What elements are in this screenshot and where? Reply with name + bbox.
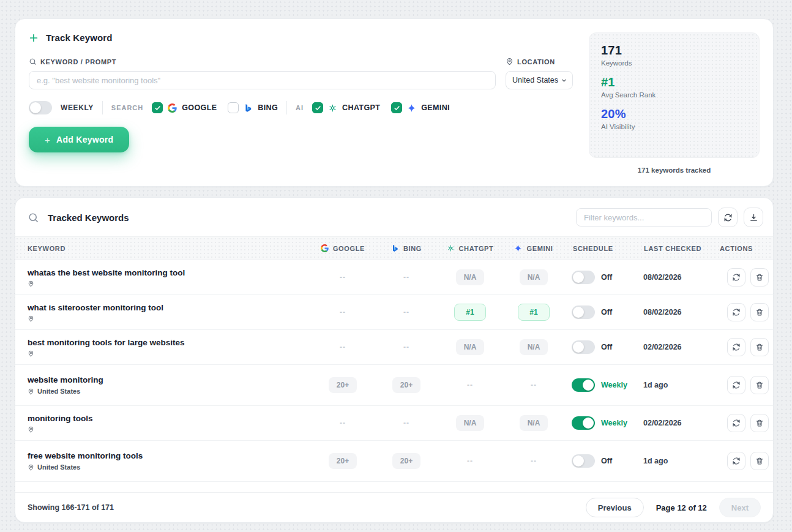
row-refresh-button[interactable]	[727, 268, 745, 287]
engine-name: GOOGLE	[182, 103, 217, 112]
toggle-knob	[583, 380, 594, 391]
schedule-toggle[interactable]	[572, 340, 595, 354]
download-icon	[749, 213, 758, 222]
last-checked-cell: 08/02/2026	[637, 308, 712, 317]
column-header-google: GOOGLE	[311, 244, 375, 252]
refresh-all-button[interactable]	[718, 208, 738, 227]
divider	[102, 101, 103, 114]
add-keyword-button[interactable]: + Add Keyword	[29, 127, 129, 152]
rank-badge: N/A	[456, 415, 484, 431]
table-row: website monitoring United States 20+ 20+…	[15, 365, 773, 406]
checkbox-checked[interactable]	[152, 102, 163, 113]
row-delete-button[interactable]	[750, 268, 769, 287]
location-pin-icon	[28, 350, 34, 357]
rank-badge-top: #1	[518, 304, 550, 321]
refresh-icon	[732, 273, 741, 282]
rank-empty: --	[403, 273, 409, 282]
rank-badge: 20+	[329, 453, 357, 469]
rank-empty: --	[403, 308, 409, 317]
trash-icon	[755, 273, 764, 282]
row-refresh-button[interactable]	[727, 414, 745, 432]
filter-keywords-input[interactable]	[576, 208, 712, 227]
row-refresh-button[interactable]	[727, 303, 745, 321]
toggle-knob	[573, 455, 584, 466]
refresh-icon	[723, 213, 733, 222]
refresh-icon	[732, 381, 741, 389]
google-rank-cell: --	[311, 273, 375, 282]
engine-name: BING	[258, 103, 278, 112]
row-refresh-button[interactable]	[727, 452, 745, 470]
row-delete-button[interactable]	[750, 414, 769, 432]
schedule-toggle[interactable]	[572, 271, 595, 284]
stat-label: AI Visibility	[601, 123, 747, 130]
gemini-rank-cell: --	[502, 381, 566, 389]
row-delete-button[interactable]	[750, 452, 769, 470]
row-delete-button[interactable]	[750, 338, 769, 356]
bing-rank-cell: --	[375, 343, 438, 351]
google-rank-cell: --	[311, 343, 375, 351]
export-download-button[interactable]	[744, 208, 763, 227]
schedule-cell: Weekly	[566, 378, 637, 392]
table-footer: Showing 166-171 of 171 Previous Page 12 …	[15, 492, 773, 522]
chatgpt-rank-cell: --	[438, 381, 502, 389]
location-select[interactable]: United States	[506, 71, 573, 89]
google-rank-cell: 20+	[311, 377, 375, 393]
row-delete-button[interactable]	[750, 376, 769, 394]
refresh-icon	[732, 308, 741, 317]
previous-page-button[interactable]: Previous	[586, 498, 644, 517]
rank-badge: N/A	[520, 415, 548, 431]
search-engine-checkboxes: GOOGLEBING	[152, 102, 278, 113]
google-rank-cell: --	[311, 419, 375, 427]
toggle-knob	[573, 342, 584, 353]
check-icon	[315, 105, 321, 111]
stat-item: #1Avg Search Rank	[601, 75, 747, 99]
gemini-rank-cell: N/A	[502, 339, 566, 355]
schedule-label: Weekly	[601, 419, 627, 427]
keyword-tracker-page: Track Keyword KEYWORD / PROMPT LOCATION	[0, 0, 792, 532]
row-refresh-button[interactable]	[727, 338, 745, 356]
location-pin-icon	[28, 315, 34, 322]
schedule-toggle[interactable]	[572, 378, 595, 392]
ai-engine-checkboxes: CHATGPTGEMINI	[312, 102, 450, 113]
search-engine-checkbox-bing[interactable]: BING	[228, 102, 278, 113]
location-label: LOCATION	[517, 58, 555, 66]
row-actions	[712, 268, 773, 287]
location-pin-icon	[28, 280, 34, 287]
row-delete-button[interactable]	[750, 303, 769, 321]
keyword-location	[28, 350, 304, 357]
row-actions	[712, 414, 773, 432]
column-header-last-checked: LAST CHECKED	[637, 245, 712, 252]
gemini-icon	[407, 103, 416, 113]
next-page-button[interactable]: Next	[719, 498, 761, 517]
search-engine-checkbox-google[interactable]: GOOGLE	[152, 102, 217, 113]
row-actions	[712, 376, 773, 394]
rank-empty: --	[403, 343, 409, 351]
bing-rank-cell: --	[375, 308, 438, 317]
rank-empty: --	[403, 419, 409, 427]
checkbox-checked[interactable]	[391, 102, 402, 113]
schedule-label: Off	[601, 343, 612, 351]
row-refresh-button[interactable]	[727, 376, 745, 394]
ai-engine-checkbox-gemini[interactable]: GEMINI	[391, 102, 450, 113]
weekly-toggle[interactable]	[29, 101, 52, 114]
schedule-toggle[interactable]	[572, 454, 595, 468]
keyword-cell: whatas the best website monitoring tool	[15, 262, 311, 293]
checkbox-checked[interactable]	[312, 102, 323, 113]
rank-empty: --	[467, 457, 473, 465]
gemini-rank-cell: --	[502, 457, 566, 465]
schedule-toggle[interactable]	[572, 305, 595, 319]
bing-rank-cell: --	[375, 273, 438, 282]
checkbox-unchecked[interactable]	[228, 102, 239, 113]
keyword-text: best monitoring tools for large websites	[28, 338, 304, 347]
keyword-cell: monitoring tools	[15, 408, 311, 439]
page-indicator: Page 12 of 12	[656, 503, 707, 512]
keyword-input[interactable]	[29, 71, 496, 89]
schedule-toggle[interactable]	[572, 416, 595, 430]
trash-icon	[755, 343, 764, 351]
keyword-cell: free website monitoring tools United Sta…	[15, 445, 311, 477]
keyword-text: whatas the best website monitoring tool	[28, 268, 304, 277]
chatgpt-rank-cell: #1	[438, 304, 502, 321]
ai-engine-checkbox-chatgpt[interactable]: CHATGPT	[312, 102, 380, 113]
trash-icon	[755, 419, 764, 427]
row-actions	[712, 452, 773, 470]
